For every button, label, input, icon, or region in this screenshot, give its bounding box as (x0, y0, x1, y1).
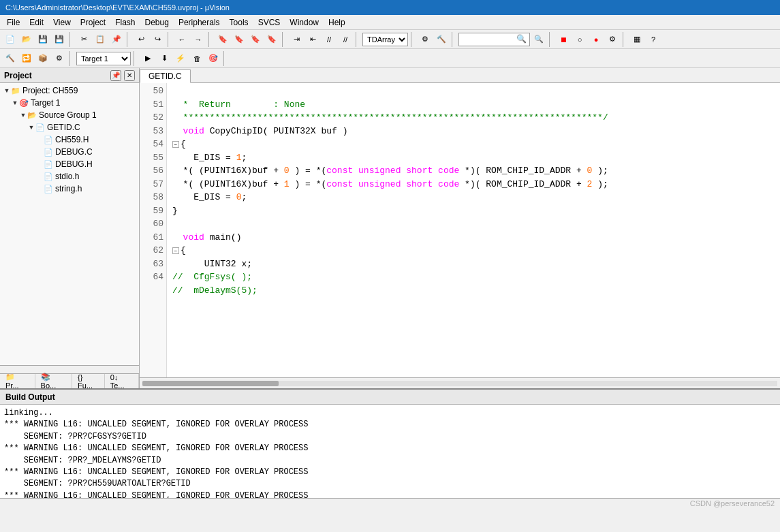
bookmark2-button[interactable]: 🔖 (232, 32, 247, 47)
tree-node-target[interactable]: ▼ 🎯 Target 1 (0, 97, 139, 109)
code-view: 50 51 52 53 54 55 56 57 58 59 60 61 62 6… (140, 83, 780, 388)
toolbar2: 🔨 🔁 📦 ⚙ Target 1 ▶ ⬇ ⚡ 🗑 🎯 (0, 49, 780, 68)
menu-file[interactable]: File (3, 16, 24, 29)
build-output: Build Output linking... *** WARNING L16:… (0, 388, 780, 507)
proj-env-button[interactable]: ⚙ (52, 51, 67, 66)
expand-target[interactable]: ▼ (11, 99, 19, 107)
tree-node-stringh[interactable]: 📄 string.h (0, 183, 139, 195)
unindent-button[interactable]: ⇤ (305, 32, 320, 47)
new-file-button[interactable]: 📄 (3, 32, 18, 47)
target-label: Target 1 (31, 98, 60, 108)
target-select[interactable]: TDArray (362, 33, 408, 46)
stop-button[interactable]: ⏹ (556, 32, 571, 47)
menu-peripherals[interactable]: Peripherals (174, 16, 224, 29)
stdioh-icon: 📄 (44, 172, 53, 181)
tree-node-project[interactable]: ▼ 📁 Project: CH559 (0, 84, 139, 97)
tab-project[interactable]: 📁 Pr... (0, 374, 35, 388)
target-options-button[interactable]: ⚙ (418, 32, 433, 47)
tree-node-debugh[interactable]: 📄 DEBUG.H (0, 158, 139, 170)
tab-books[interactable]: 📚 Bo... (35, 374, 72, 388)
copy-button[interactable]: 📋 (93, 32, 108, 47)
source-group-icon: 📂 (27, 111, 37, 120)
menu-project[interactable]: Project (76, 16, 110, 29)
nav-forward-button[interactable]: → (191, 32, 206, 47)
paste-button[interactable]: 📌 (109, 32, 124, 47)
fold-btn-53[interactable]: − (172, 141, 179, 148)
debugh-icon: 📄 (44, 160, 53, 169)
open-button[interactable]: 📂 (19, 32, 34, 47)
hscroll-thumb[interactable] (142, 381, 279, 386)
ch559h-label: CH559.H (55, 135, 89, 144)
tree-node-debugc[interactable]: 📄 DEBUG.C (0, 146, 139, 158)
project-title: Project (4, 71, 32, 80)
line-numbers: 50 51 52 53 54 55 56 57 58 59 60 61 62 6… (140, 83, 167, 377)
undo-button[interactable]: ↩ (134, 32, 149, 47)
fold-btn-61[interactable]: − (172, 247, 179, 254)
editor-tab-bar: GETID.C (140, 68, 780, 83)
indent-button[interactable]: ⇥ (289, 32, 304, 47)
nav-back-button[interactable]: ← (174, 32, 189, 47)
bookmark3-button[interactable]: 🔖 (248, 32, 263, 47)
editor-area: GETID.C 50 51 52 53 54 55 56 57 58 59 60… (140, 68, 780, 388)
cut-button[interactable]: ✂ (76, 32, 91, 47)
left-panel: Project 📌 ✕ ▼ 📁 Project: CH559 ▼ 🎯 Targe… (0, 68, 140, 388)
menu-flash[interactable]: Flash (111, 16, 139, 29)
menu-bar: File Edit View Project Flash Debug Perip… (0, 15, 780, 30)
save-all-button[interactable]: 💾 (52, 32, 67, 47)
tab-functions[interactable]: {} Fu... (72, 374, 105, 388)
uncomment-button[interactable]: // (338, 32, 353, 47)
target-icon[interactable]: 🎯 (206, 51, 221, 66)
window-button[interactable]: ▦ (629, 32, 644, 47)
comment-button[interactable]: // (322, 32, 337, 47)
separator1 (69, 32, 74, 47)
target2-select[interactable]: Target 1 (76, 52, 131, 65)
expand-getid[interactable]: ▼ (27, 123, 35, 131)
redo-button[interactable]: ↪ (150, 32, 165, 47)
record-button[interactable]: ● (589, 32, 604, 47)
step-into-button[interactable]: ⬇ (157, 51, 172, 66)
build-target-button[interactable]: 🔨 (434, 32, 449, 47)
code-hscroll[interactable] (140, 377, 780, 388)
build-all-button[interactable]: 🔨 (3, 51, 18, 66)
batch-button[interactable]: 📦 (35, 51, 50, 66)
target-icon: 🎯 (19, 99, 29, 108)
build-output-title: Build Output (5, 392, 55, 402)
erase-button[interactable]: 🗑 (189, 51, 204, 66)
tree-node-source-group[interactable]: ▼ 📂 Source Group 1 (0, 109, 139, 121)
close-panel-button[interactable]: ✕ (124, 70, 135, 81)
rebuild-button[interactable]: 🔁 (19, 51, 34, 66)
separator3 (168, 32, 172, 47)
circle-button[interactable]: ○ (572, 32, 587, 47)
expand-stringh (35, 185, 44, 193)
save-button[interactable]: 💾 (35, 32, 50, 47)
menu-edit[interactable]: Edit (25, 16, 48, 29)
gear-button[interactable]: ⚙ (605, 32, 620, 47)
help-button[interactable]: ? (646, 32, 661, 47)
flash-button[interactable]: ⚡ (173, 51, 188, 66)
run-button[interactable]: ▶ (140, 51, 155, 66)
code-content: 50 51 52 53 54 55 56 57 58 59 60 61 62 6… (140, 83, 780, 377)
separator4 (208, 32, 213, 47)
tree-node-ch559h[interactable]: 📄 CH559.H (0, 134, 139, 146)
expand-project[interactable]: ▼ (3, 87, 11, 95)
tab-templates[interactable]: 0↓ Te... (105, 374, 139, 388)
pin-button[interactable]: 📌 (110, 70, 121, 81)
separator2 (127, 32, 131, 47)
menu-help[interactable]: Help (324, 16, 349, 29)
menu-window[interactable]: Window (285, 16, 323, 29)
find-button[interactable]: 🔍 (531, 32, 546, 47)
menu-debug[interactable]: Debug (141, 16, 173, 29)
expand-source-group[interactable]: ▼ (19, 111, 27, 119)
menu-svcs[interactable]: SVCS (254, 16, 285, 29)
menu-view[interactable]: View (49, 16, 75, 29)
menu-tools[interactable]: Tools (225, 16, 253, 29)
tree-node-stdioh[interactable]: 📄 stdio.h (0, 170, 139, 183)
tab-getid-c[interactable]: GETID.C (140, 69, 191, 83)
search-box[interactable]: 🔍 (458, 33, 530, 46)
search-input[interactable] (462, 35, 516, 44)
bookmark4-button[interactable]: 🔖 (264, 32, 279, 47)
tree-node-getid-c[interactable]: ▼ 📄 GETID.C (0, 121, 139, 134)
bookmark1-button[interactable]: 🔖 (215, 32, 230, 47)
stringh-label: string.h (55, 184, 82, 193)
separator10 (623, 32, 627, 47)
